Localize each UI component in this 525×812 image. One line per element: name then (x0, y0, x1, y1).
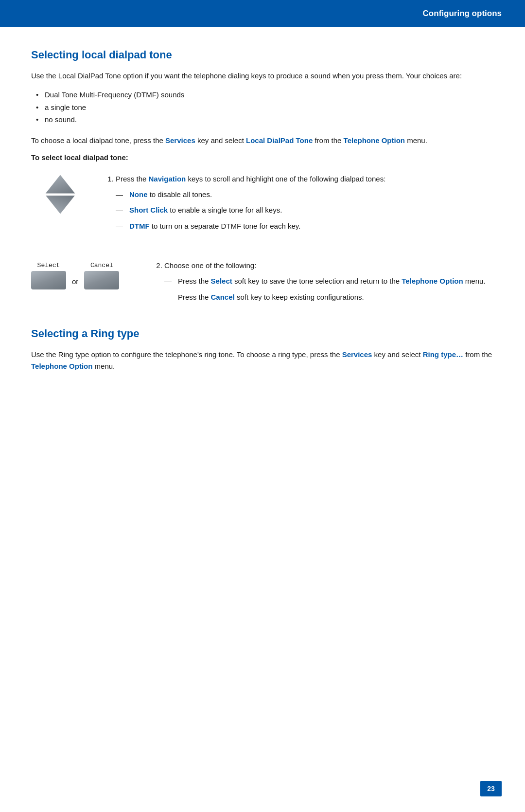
section2-telephone-option-link: Telephone Option (31, 362, 92, 370)
section2-heading: Selecting a Ring type (31, 327, 494, 340)
cancel-key-icon[interactable] (84, 271, 119, 289)
sub-option-none: None to disable all tones. (116, 189, 494, 201)
section1-subheading: To select local dialpad tone: (31, 153, 494, 162)
select-soft-key-link: Select (211, 277, 232, 285)
step2-item: Choose one of the following: Press the S… (164, 260, 494, 304)
local-dialpad-link: Local DialPad Tone (246, 136, 313, 144)
nav-key-down-icon (43, 196, 78, 214)
short-click-label: Short Click (129, 206, 168, 214)
section2-intro: Use the Ring type option to configure th… (31, 349, 494, 372)
step1-block: Press the Navigation keys to scroll and … (31, 173, 494, 237)
section2-services-link: Services (342, 350, 372, 359)
list-item: a single tone (31, 101, 494, 114)
navigation-link: Navigation (149, 175, 186, 183)
cancel-key-label: Cancel (90, 262, 113, 269)
navigation-keys-icon-area (31, 173, 89, 214)
step1-content: Press the Navigation keys to scroll and … (105, 173, 494, 237)
sub-option-dtmf: DTMF to turn on a separate DTMF tone for… (116, 220, 494, 233)
section1-intro: Use the Local DialPad Tone option if you… (31, 70, 494, 82)
step2-list: Choose one of the following: Press the S… (154, 260, 494, 304)
header-title: Configuring options (423, 9, 502, 18)
sub-options-list: None to disable all tones. Short Click t… (116, 189, 494, 233)
step2-content: Choose one of the following: Press the S… (154, 260, 494, 308)
list-item: Dual Tone Multi-Frequency (DTMF) sounds (31, 89, 494, 101)
page-content: Selecting local dialpad tone Use the Loc… (0, 27, 525, 418)
step2-select-option: Press the Select soft key to save the to… (164, 275, 494, 288)
ring-type-link: Ring type… (423, 350, 463, 359)
step-list: Press the Navigation keys to scroll and … (105, 173, 494, 233)
sub-option-short-click: Short Click to enable a single tone for … (116, 204, 494, 217)
step2-sub-list: Press the Select soft key to save the to… (164, 275, 494, 304)
dtmf-label: DTMF (129, 222, 150, 230)
section2: Selecting a Ring type Use the Ring type … (31, 327, 494, 372)
section1-heading: Selecting local dialpad tone (31, 49, 494, 61)
step2-block: Select or Cancel Choose one of the follo… (31, 251, 494, 308)
none-label: None (129, 190, 148, 198)
section1-description: To choose a local dialpad tone, press th… (31, 135, 494, 146)
page-number: 23 (480, 781, 502, 796)
select-key-group: Select (31, 262, 66, 289)
step2-cancel-option: Press the Cancel soft key to keep existi… (164, 291, 494, 304)
nav-key-up-icon (43, 175, 78, 194)
telephone-option-link: Telephone Option (344, 136, 405, 144)
services-link: Services (165, 136, 195, 144)
select-key-label: Select (37, 262, 60, 269)
cancel-soft-key-link: Cancel (211, 293, 235, 301)
section1-bullet-list: Dual Tone Multi-Frequency (DTMF) sounds … (31, 89, 494, 126)
or-text: or (72, 277, 78, 289)
cancel-key-group: Cancel (84, 262, 119, 289)
soft-key-group: Select or Cancel (31, 251, 138, 289)
telephone-option-link2: Telephone Option (402, 277, 463, 285)
header-bar: Configuring options (0, 0, 525, 27)
list-item: no sound. (31, 113, 494, 126)
select-key-icon[interactable] (31, 271, 66, 289)
step1-item: Press the Navigation keys to scroll and … (116, 173, 494, 233)
